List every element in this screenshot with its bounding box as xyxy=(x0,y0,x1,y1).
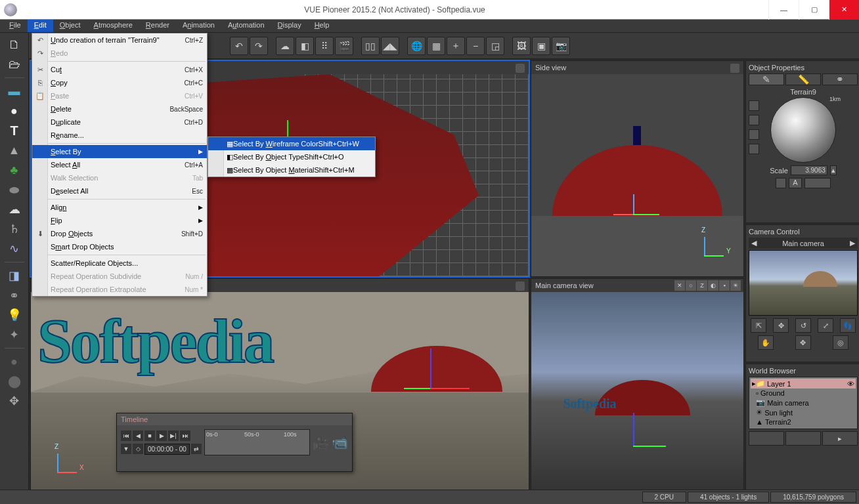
first-frame-button[interactable]: ⏮ xyxy=(121,430,131,441)
prev-frame-button[interactable]: ◀ xyxy=(133,430,143,441)
select-by-object-type-item[interactable]: ◧Select By Object TypeShift+Ctrl+O xyxy=(208,150,375,163)
zoom-out-button[interactable]: − xyxy=(466,37,485,55)
mirror-button[interactable]: ◢◣ xyxy=(381,37,399,55)
last-frame-button[interactable]: ⏭ xyxy=(180,430,190,441)
align-item[interactable]: Align▶ xyxy=(32,201,207,214)
terrain-icon[interactable]: ▲ xyxy=(3,141,26,159)
atmosphere-button[interactable]: ☁ xyxy=(276,37,294,55)
align-left-button[interactable]: ▯▯ xyxy=(361,37,380,55)
cam-opt-o[interactable]: ○ xyxy=(686,280,696,291)
plant-icon[interactable]: ♣ xyxy=(3,161,26,179)
select-camera-icon[interactable]: ⇱ xyxy=(751,318,766,333)
redo-button[interactable]: ↷ xyxy=(250,37,268,55)
fan-icon[interactable]: ✦ xyxy=(3,326,26,344)
lock-icon[interactable] xyxy=(776,178,786,188)
prop-icon-1[interactable] xyxy=(749,100,759,111)
flip-item[interactable]: Flip▶ xyxy=(32,214,207,227)
scale-input[interactable] xyxy=(791,165,827,175)
wb-btn-2[interactable] xyxy=(785,431,821,446)
select-by-wireframe-item[interactable]: ▦Select By Wireframe ColorShift+Ctrl+W xyxy=(208,137,375,150)
select-all-item[interactable]: Select AllCtrl+A xyxy=(32,158,207,171)
camera-button[interactable]: 📷 xyxy=(552,37,570,55)
deselect-all-item[interactable]: Deselect AllEsc xyxy=(32,184,207,198)
cloud-icon[interactable]: ☁ xyxy=(3,200,26,219)
zoom-in-button[interactable]: ＋ xyxy=(447,37,465,55)
image-button[interactable]: 🖼 xyxy=(512,37,531,55)
light-icon[interactable]: 💡 xyxy=(3,306,26,324)
animation-tab[interactable]: ⚭ xyxy=(822,74,858,85)
repeat-subdivide-item[interactable]: Repeat Operation SubdivideNum / xyxy=(32,270,207,283)
pan-icon[interactable]: ⤢ xyxy=(818,318,833,333)
front-view-pane[interactable]: Front view Softpedia Z X Timeline xyxy=(30,278,529,492)
layer-row[interactable]: ▸📁 Layer 1👁 xyxy=(751,379,856,388)
prev-camera-button[interactable]: ◀ xyxy=(751,239,757,247)
walk-icon[interactable]: 👣 xyxy=(840,318,856,333)
rock-icon[interactable]: ⬬ xyxy=(3,180,26,199)
crosshair-icon[interactable]: ✥ xyxy=(773,318,789,333)
aspect-tab[interactable]: ✎ xyxy=(749,74,784,85)
grid-button[interactable]: ▦ xyxy=(427,37,445,55)
drop-objects-item[interactable]: ⬇Drop ObjectsShift+D xyxy=(32,227,207,240)
tl-key-button[interactable]: ◇ xyxy=(133,444,143,454)
undo-item[interactable]: ↶Undo creation of terrain "Terrain9"Ctrl… xyxy=(32,33,207,47)
menu-help[interactable]: Help xyxy=(308,20,336,32)
gizmo-icon[interactable]: ✥ xyxy=(3,392,26,410)
open-file-icon[interactable]: 🗁 xyxy=(3,55,26,74)
list-item[interactable]: 📷 Main camera xyxy=(751,398,856,408)
list-item[interactable]: ☀ Sun light xyxy=(751,408,856,417)
prop-icon-3[interactable] xyxy=(749,129,759,140)
new-file-icon[interactable]: 🗋 xyxy=(3,35,26,54)
numerics-tab[interactable]: 📏 xyxy=(785,74,821,85)
select-by-material-item[interactable]: ▩Select By Object MaterialShift+Ctrl+M xyxy=(208,163,375,177)
rename-item[interactable]: Rename... xyxy=(32,129,207,142)
prop-slot[interactable] xyxy=(804,178,831,188)
scatter-item[interactable]: Scatter/Replicate Objects... xyxy=(32,257,207,270)
timeline-track[interactable]: 0s-0 50s-0 100s xyxy=(204,429,310,455)
tl-link-button[interactable]: ⇄ xyxy=(191,444,202,454)
menu-object[interactable]: Object xyxy=(53,20,87,32)
drop-icon[interactable]: ⬤ xyxy=(3,372,26,390)
camera-anim-icon[interactable]: 📹 xyxy=(332,434,348,450)
render-anim-icon[interactable]: 🎥 xyxy=(313,434,329,450)
wb-btn-3[interactable]: ▸ xyxy=(822,431,858,446)
pane-menu-icon[interactable] xyxy=(516,64,525,73)
cam-opt-sun[interactable]: ☀ xyxy=(730,280,741,291)
main-camera-view-pane[interactable]: Main camera view ✕ ○ Z ◐ ▪ ☀ Softpedia xyxy=(531,278,744,492)
cam-opt-c[interactable]: ◐ xyxy=(708,280,718,291)
a-button[interactable]: A xyxy=(789,178,802,188)
menu-atmosphere[interactable]: Atmosphere xyxy=(87,20,139,32)
orbit-icon[interactable]: ↺ xyxy=(795,318,811,333)
play-button[interactable]: ▶ xyxy=(156,430,167,441)
pane-menu-icon[interactable] xyxy=(730,64,739,73)
cam-opt-x[interactable]: ✕ xyxy=(674,280,685,291)
minimize-button[interactable]: — xyxy=(768,0,799,20)
blob-icon[interactable]: ● xyxy=(3,352,26,371)
sphere-icon[interactable]: ● xyxy=(3,102,26,120)
menu-display[interactable]: Display xyxy=(271,20,308,32)
side-view-pane[interactable]: Side view Z Y xyxy=(531,60,744,277)
move-icon[interactable]: ✥ xyxy=(795,335,811,350)
list-item[interactable]: ▲ Terrain2 xyxy=(751,417,856,427)
material-preview[interactable] xyxy=(770,97,836,163)
pane-menu-icon[interactable] xyxy=(516,282,525,291)
walk-selection-item[interactable]: Walk SelectionTab xyxy=(32,171,207,184)
menu-file[interactable]: File xyxy=(3,20,28,32)
cam-opt-sq[interactable]: ▪ xyxy=(719,280,730,291)
redo-item[interactable]: ↷Redo xyxy=(32,47,207,60)
cut-item[interactable]: ✂CutCtrl+X xyxy=(32,63,207,76)
tl-menu-button[interactable]: ▼ xyxy=(121,444,131,454)
fit-button[interactable]: ◲ xyxy=(486,37,504,55)
duplicate-item[interactable]: DuplicateCtrl+D xyxy=(32,116,207,129)
cube-button[interactable]: ◧ xyxy=(296,37,314,55)
menu-edit[interactable]: Edit xyxy=(28,20,53,32)
text-icon[interactable]: T xyxy=(3,121,26,140)
clapper-button[interactable]: 🎬 xyxy=(335,37,353,55)
hand-icon[interactable]: ✋ xyxy=(758,335,774,350)
colors-button[interactable]: ⠿ xyxy=(315,37,334,55)
repeat-extrapolate-item[interactable]: Repeat Operation ExtrapolateNum * xyxy=(32,283,207,296)
paste-item[interactable]: 📋PasteCtrl+V xyxy=(32,89,207,102)
next-camera-button[interactable]: ▶ xyxy=(850,239,855,247)
prop-icon-2[interactable] xyxy=(749,115,759,125)
list-item[interactable]: ▫ Ground xyxy=(751,388,856,398)
undo-button[interactable]: ↶ xyxy=(230,37,248,55)
